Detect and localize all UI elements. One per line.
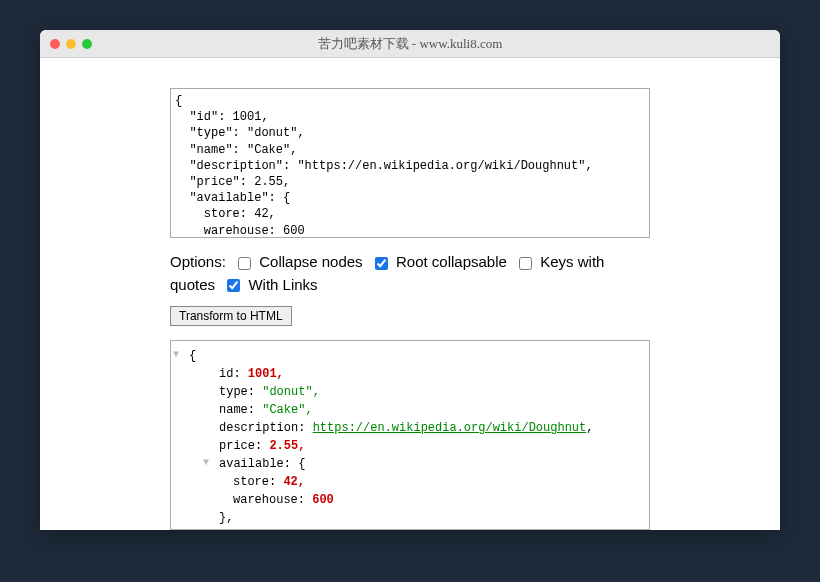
- chevron-down-icon[interactable]: ▼: [173, 347, 179, 362]
- titlebar: 苦力吧素材下载 - www.kuli8.com: [40, 30, 780, 58]
- app-window: 苦力吧素材下载 - www.kuli8.com Options: Collaps…: [40, 30, 780, 530]
- root-label: Root collapsable: [396, 253, 507, 270]
- output-tree: ▼{ id: 1001, type: "donut", name: "Cake"…: [170, 340, 650, 530]
- options-label: Options:: [170, 253, 226, 270]
- options-row: Options: Collapse nodes Root collapsable…: [170, 251, 650, 296]
- quotes-checkbox[interactable]: [519, 257, 532, 270]
- collapse-checkbox[interactable]: [238, 257, 251, 270]
- window-title: 苦力吧素材下载 - www.kuli8.com: [40, 35, 780, 53]
- chevron-down-icon[interactable]: ▼: [203, 527, 209, 530]
- links-checkbox[interactable]: [227, 279, 240, 292]
- description-link[interactable]: https://en.wikipedia.org/wiki/Doughnut: [313, 421, 587, 435]
- chevron-down-icon[interactable]: ▼: [203, 455, 209, 470]
- json-input[interactable]: [170, 88, 650, 238]
- collapse-label: Collapse nodes: [259, 253, 362, 270]
- transform-button[interactable]: Transform to HTML: [170, 306, 292, 326]
- links-label: With Links: [248, 276, 317, 293]
- root-checkbox[interactable]: [375, 257, 388, 270]
- main-content: Options: Collapse nodes Root collapsable…: [40, 58, 780, 530]
